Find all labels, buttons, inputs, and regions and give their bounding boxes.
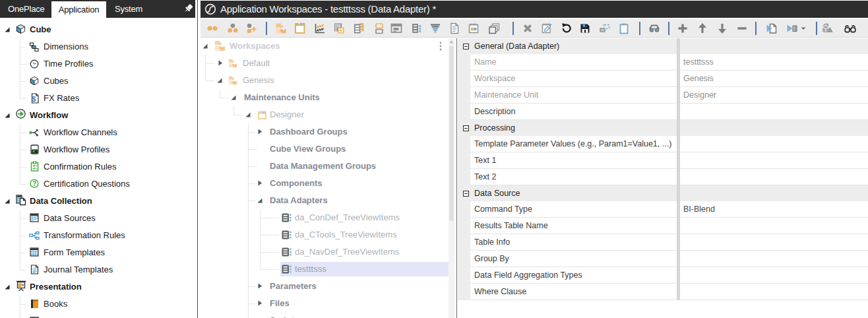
svg-text:$: $ — [32, 95, 36, 103]
svg-text:?: ? — [32, 180, 36, 187]
